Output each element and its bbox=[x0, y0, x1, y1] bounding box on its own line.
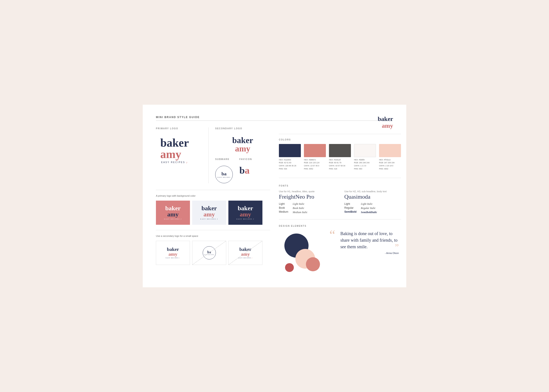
colors-label: COLORS bbox=[279, 139, 401, 141]
small-logo-2: ba EASY RECIPES bbox=[192, 241, 226, 265]
fw-book-1: Book bbox=[279, 206, 288, 209]
font1-name: FreightNeo Pro bbox=[279, 194, 335, 200]
bg-logo-pink-baker: baker bbox=[165, 205, 181, 211]
favicon-label: FAVICON bbox=[239, 158, 252, 161]
sl3-baker: baker bbox=[239, 247, 251, 252]
fw-semibold-italic-2: SemiBoldItalic bbox=[361, 211, 377, 214]
bg-color-section: A primary logo with background color bak… bbox=[156, 195, 270, 230]
fw-book-italic-1: Book Italic bbox=[293, 207, 308, 210]
favicon-b: b bbox=[239, 166, 245, 175]
quote-text: Baking is done out of love, to share wit… bbox=[329, 230, 401, 250]
bg-logo-light-baker: baker bbox=[202, 205, 217, 211]
font-col-2: Use for H2, H3, sub-headline, body text … bbox=[344, 190, 401, 214]
bg-logo-navy-tagline: EASY RECIPES bbox=[236, 218, 254, 220]
submark-col: SUBMARK ba EASY RECIPES bbox=[215, 158, 233, 183]
primary-logo-tagline: EASY RECIPES bbox=[161, 161, 188, 164]
sl1-baker: baker bbox=[167, 247, 179, 252]
font2-use-label: Use for H2, H3, sub-headline, body text bbox=[344, 190, 401, 193]
secondary-logo: baker amy bbox=[215, 133, 270, 155]
font1-use-label: Use for H1, headline, titles, quote bbox=[279, 190, 335, 193]
header-logo: baker amy bbox=[378, 116, 393, 129]
primary-logo: baker amy EASY RECIPES bbox=[156, 133, 202, 183]
bg-logo-navy: baker amy EASY RECIPES bbox=[228, 201, 262, 225]
color-info-5: HEX: #f7d1c2 RGB: 247 209 194 CMYK: 2 20… bbox=[379, 159, 401, 170]
bg-logo-light-tagline: EASY RECIPES bbox=[200, 218, 218, 220]
color-item-3: HEX: #53514f RGB: 83 81 79 CMYK: 43 57 5… bbox=[329, 144, 351, 170]
right-divider bbox=[279, 134, 401, 134]
small-logo-text-3: baker amy EASY RECIPES bbox=[238, 247, 253, 259]
secondary-logo-area: SECONDARY LOGO baker amy SUBMARK ba EASY… bbox=[209, 127, 270, 183]
secondary-logo-baker: baker bbox=[232, 136, 253, 144]
sl3-tagline: EASY RECIPES bbox=[238, 257, 253, 259]
bg-logo-pink-tagline: EASY RECIPES bbox=[164, 218, 182, 220]
small-submark-ba: ba bbox=[207, 250, 211, 254]
quote-area: “ Baking is done out of love, to share w… bbox=[329, 230, 401, 254]
colors-section: COLORS HEX: #2a3353 RGB: 42 51 83 CMYK: … bbox=[279, 139, 401, 178]
circles-svg bbox=[279, 230, 323, 274]
font2-weights: Light Regular SemiBold Light Italic Regu… bbox=[344, 202, 401, 214]
fonts-row: Use for H1, headline, titles, quote Frei… bbox=[279, 190, 401, 214]
bg-logo-light: baker amy EASY RECIPES bbox=[192, 201, 226, 225]
color-info-3: HEX: #53514f RGB: 83 81 79 CMYK: 43 57 5… bbox=[329, 159, 351, 170]
secondary-logo-amy: amy bbox=[235, 144, 250, 153]
fonts-label: FONTS bbox=[279, 185, 401, 187]
color-item-1: HEX: #2a3353 RGB: 42 51 83 CMYK: 100 89 … bbox=[279, 144, 301, 170]
color-swatch-1 bbox=[279, 144, 301, 157]
fw-medium-1: Medium bbox=[279, 210, 288, 213]
small-submark: ba EASY RECIPES bbox=[203, 246, 216, 259]
sl1-amy: amy bbox=[168, 252, 177, 257]
fw-semibold-2: SemiBold bbox=[344, 210, 356, 213]
bg-logo-pink-amy: amy bbox=[167, 211, 178, 217]
quote-author: - Anna Olson bbox=[329, 252, 401, 254]
favicon-ba: b a bbox=[239, 166, 250, 175]
right-panel: COLORS HEX: #2a3353 RGB: 42 51 83 CMYK: … bbox=[279, 127, 401, 274]
primary-logo-baker: baker bbox=[160, 137, 189, 149]
small-logo-section: Use a secondary logo for a small space b… bbox=[156, 235, 270, 265]
secondary-logo-label: SECONDARY LOGO bbox=[215, 127, 270, 130]
header-logo-baker: baker bbox=[378, 116, 393, 122]
small-submark-er: EASY RECIPES bbox=[204, 254, 214, 255]
color-swatch-2 bbox=[304, 144, 326, 157]
bg-logo-navy-amy: amy bbox=[240, 211, 251, 217]
page: MINI BRAND STYLE GUIDE baker amy PRIMARY… bbox=[143, 105, 406, 287]
favicon-col: FAVICON b a bbox=[239, 158, 252, 183]
bg-logos-row: baker amy EASY RECIPES baker amy EASY RE… bbox=[156, 201, 270, 225]
fw-light-italic-2: Light Italic bbox=[361, 202, 377, 206]
small-logo-3: baker amy EASY RECIPES bbox=[228, 241, 262, 265]
primary-logo-amy: amy bbox=[160, 149, 181, 160]
bg-logo-pink: baker amy EASY RECIPES bbox=[156, 201, 190, 225]
primary-logo-area: PRIMARY LOGO baker amy EASY RECIPES bbox=[156, 127, 209, 183]
font1-weight-col: Light Book Medium bbox=[279, 202, 288, 214]
font-col-1: Use for H1, headline, titles, quote Frei… bbox=[279, 190, 335, 214]
close-quote: ” bbox=[395, 242, 399, 252]
color-item-4: HEX: #faf6f4 RGB: 250 246 244 CMYK: 1 2 … bbox=[354, 144, 376, 170]
left-panel: PRIMARY LOGO baker amy EASY RECIPES SECO… bbox=[156, 127, 270, 274]
fw-light-2: Light bbox=[344, 202, 356, 205]
design-elements-label: DESIGN ELEMENTS bbox=[279, 225, 401, 227]
color-swatch-5 bbox=[379, 144, 401, 157]
font2-italic-col: Light Italic Regular Italic SemiBoldItal… bbox=[361, 202, 377, 214]
color-info-2: HEX: #d8857c RGB: 216 133 124 CMYK: 13 5… bbox=[304, 159, 326, 170]
submark-easy-text: EASY RECIPES bbox=[218, 177, 231, 178]
small-section-note: Use a secondary logo for a small space bbox=[156, 235, 270, 237]
main-layout: PRIMARY LOGO baker amy EASY RECIPES SECO… bbox=[156, 127, 393, 274]
header-logo-amy: amy bbox=[378, 122, 393, 129]
color-swatch-3 bbox=[329, 144, 351, 157]
submark-circle: ba EASY RECIPES bbox=[215, 166, 233, 183]
bg-logo-navy-baker: baker bbox=[238, 205, 253, 211]
fw-medium-italic-1: Medium Italic bbox=[293, 211, 308, 214]
color-info-4: HEX: #faf6f4 RGB: 250 246 244 CMYK: 1 2 … bbox=[354, 159, 376, 170]
fw-light-1: Light bbox=[279, 202, 288, 205]
small-logos-row: baker amy EASY RECIPES ba EASY RECIPES bbox=[156, 241, 270, 265]
colors-row: HEX: #2a3353 RGB: 42 51 83 CMYK: 100 89 … bbox=[279, 144, 401, 170]
color-swatch-4 bbox=[354, 144, 376, 157]
sl1-tagline: EASY RECIPES bbox=[166, 257, 180, 259]
circles-area bbox=[279, 230, 323, 274]
small-logo-text-1: baker amy EASY RECIPES bbox=[166, 247, 180, 259]
fw-light-italic-1: Light Italic bbox=[293, 202, 308, 206]
color-item-2: HEX: #d8857c RGB: 216 133 124 CMYK: 13 5… bbox=[304, 144, 326, 170]
color-info-1: HEX: #2a3353 RGB: 42 51 83 CMYK: 100 89 … bbox=[279, 159, 301, 170]
sl3-amy: amy bbox=[241, 252, 250, 257]
page-title: MINI BRAND STYLE GUIDE bbox=[156, 116, 393, 121]
small-logo-1: baker amy EASY RECIPES bbox=[156, 241, 190, 265]
